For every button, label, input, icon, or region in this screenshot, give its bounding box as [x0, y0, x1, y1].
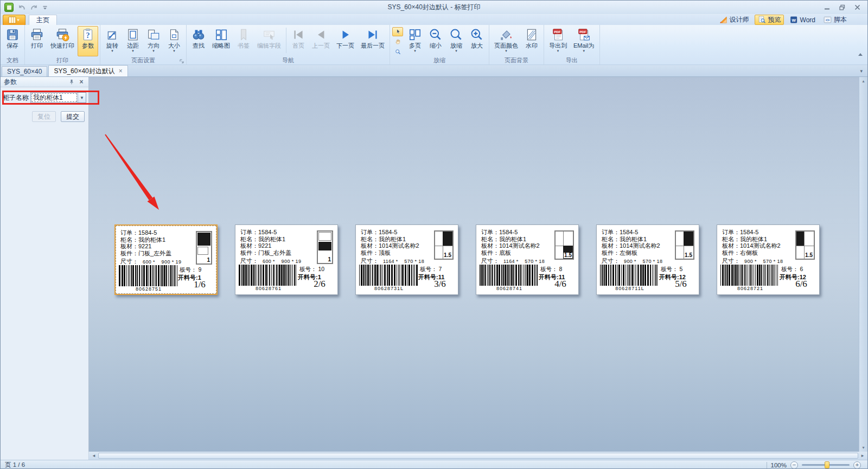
- ribbon-button-page-color[interactable]: 页面颜色▾: [491, 26, 521, 56]
- ribbon-button-print[interactable]: 打印: [27, 26, 47, 56]
- ribbon-button-quick-print[interactable]: 快速打印: [47, 26, 78, 56]
- document-tab[interactable]: SYS_60×40封边默认×: [48, 65, 127, 76]
- scrollbar-thumb[interactable]: [98, 453, 858, 459]
- ribbon-button-find[interactable]: 查找: [188, 26, 209, 56]
- horizontal-scrollbar[interactable]: ◂ ▸: [89, 452, 867, 460]
- chevron-down-icon: ▾: [557, 49, 559, 53]
- ribbon-button-thumbnails[interactable]: 缩略图: [209, 26, 233, 56]
- tool-cursor[interactable]: [392, 27, 403, 36]
- zoom-slider[interactable]: [802, 464, 850, 466]
- label-thumbnail[interactable]: 订单：1584-5 柜名：我的柜体1 板材：1014测试名称2 板件：左侧板 尺…: [596, 224, 699, 295]
- ribbon-button-multi-page[interactable]: 多页▾: [405, 26, 425, 56]
- board-number: 板号： 6: [781, 266, 803, 273]
- tab-home[interactable]: 主页: [29, 15, 57, 25]
- label-thumbnail[interactable]: 订单：1584-5 柜名：我的柜体1 板材：1014测试名称2 板件：顶板 尺寸…: [355, 224, 458, 295]
- ribbon-button-size[interactable]: 大小▾: [164, 26, 184, 56]
- app-logo-icon[interactable]: [4, 3, 14, 12]
- status-bar: 页 1 / 6 100% − +: [1, 460, 867, 469]
- part-value: 右侧板: [740, 249, 758, 256]
- cabinet-name-row: 柜子名称 我的柜体1 ▼: [1, 92, 88, 103]
- ribbon-button-params[interactable]: ?参数: [78, 26, 98, 56]
- main-area: 参数 × 柜子名称 我的柜体1 ▼ 复位 提交 订单：1584-5 柜名：我的柜…: [1, 77, 867, 452]
- ribbon: 保存文档打印快速打印?参数打印旋转▾边距▾方向▾大小▾页面设置查找缩略图书签编辑…: [1, 25, 867, 65]
- size-value: 900 * 570 * 18: [624, 259, 662, 264]
- panel-close-icon[interactable]: ×: [78, 78, 85, 86]
- page-fraction: 5/6: [667, 279, 694, 290]
- cabinet-value: 我的柜体1: [138, 236, 165, 243]
- zoom-slider-thumb[interactable]: [825, 461, 829, 468]
- panel-title: 参数: [4, 78, 17, 87]
- qat-customize-icon[interactable]: [42, 3, 48, 12]
- dialog-launcher-icon[interactable]: [179, 58, 184, 63]
- preview-area[interactable]: 订单：1584-5 柜名：我的柜体1 板材：9221 板件：门板_左外盖 尺寸：…: [89, 77, 859, 452]
- panel-diagram: 1.5: [554, 230, 574, 260]
- ribbon-button-pdf-export[interactable]: PDF导出到▾: [546, 26, 570, 56]
- tool-hand[interactable]: [392, 37, 403, 46]
- zoom-level: 100%: [771, 462, 787, 468]
- ribbon-button-nav-next[interactable]: 下一页: [333, 26, 358, 56]
- page-indicator: 页 1 / 6: [5, 461, 25, 469]
- label-thumbnail[interactable]: 订单：1584-5 柜名：我的柜体1 板材：9221 板件：门板_左外盖 尺寸：…: [114, 224, 218, 295]
- order-value: 1584-5: [379, 229, 397, 235]
- scroll-up-icon[interactable]: ▴: [862, 79, 864, 83]
- view-button-script[interactable]: <>脚本: [821, 15, 849, 25]
- tool-zoom-lens[interactable]: [392, 47, 403, 56]
- application-menu-button[interactable]: [3, 15, 25, 25]
- svg-text:PDF: PDF: [554, 30, 560, 34]
- ribbon-button-watermark[interactable]: 水印: [521, 26, 542, 56]
- tab-close-icon[interactable]: ×: [119, 68, 123, 74]
- size-value: 600 * 900 * 19: [263, 259, 301, 264]
- ribbon-button-save[interactable]: 保存: [2, 26, 23, 56]
- ribbon-button-pdf-email[interactable]: PDFEMail为▾: [570, 26, 598, 56]
- ribbon-button-margins[interactable]: 边距▾: [123, 26, 143, 56]
- cabinet-name-select[interactable]: 我的柜体1 ▼: [30, 92, 86, 103]
- ribbon-button-zoom[interactable]: 放缩▾: [446, 26, 467, 56]
- redo-icon[interactable]: [30, 3, 39, 12]
- ribbon-group: 多页▾缩小放缩▾放大放缩: [390, 25, 489, 65]
- document-tab[interactable]: SYS_60×40: [2, 66, 47, 76]
- view-button-preview[interactable]: 预览: [755, 15, 784, 25]
- vertical-scrollbar[interactable]: ▴ ▾: [859, 77, 867, 452]
- part-value: 底板: [499, 249, 511, 256]
- ribbon-button-orientation[interactable]: 方向▾: [143, 26, 164, 56]
- order-value: 1584-5: [138, 229, 157, 236]
- part-value: 顶板: [379, 249, 391, 256]
- submit-button[interactable]: 提交: [61, 111, 85, 122]
- undo-icon[interactable]: [17, 3, 26, 12]
- pin-icon[interactable]: [68, 78, 75, 86]
- barcode: [359, 265, 419, 286]
- quick-access-toolbar: [4, 3, 48, 12]
- scroll-right-icon[interactable]: ▸: [859, 452, 866, 459]
- view-button-word[interactable]: WWord: [787, 15, 818, 25]
- group-caption: 页面背景: [490, 56, 543, 65]
- ribbon-button-zoom-in[interactable]: 放大: [467, 26, 487, 56]
- scroll-down-icon[interactable]: ▾: [862, 445, 864, 450]
- ribbon-button-rotate[interactable]: 旋转▾: [102, 26, 123, 56]
- minimize-button[interactable]: [822, 4, 832, 11]
- label-fields: 订单：1584-5 柜名：我的柜体1 板材：1014测试名称2 板件：底板: [481, 229, 540, 256]
- label-thumbnail[interactable]: 订单：1584-5 柜名：我的柜体1 板材：9221 板件：门板_右外盖 尺寸：…: [235, 224, 338, 295]
- ribbon-group: PDF导出到▾PDFEMail为▾导出: [544, 25, 600, 65]
- tab-list-dropdown-icon[interactable]: ▾: [860, 68, 863, 74]
- ribbon-group: 打印快速打印?参数打印: [25, 25, 100, 65]
- cabinet-value: 我的柜体1: [379, 236, 406, 242]
- ribbon-button-nav-last[interactable]: 最后一页: [358, 26, 388, 56]
- rotate-icon: [105, 28, 119, 42]
- view-button-designer[interactable]: 设计师: [717, 15, 751, 25]
- chevron-down-icon: ▾: [152, 49, 155, 53]
- watermark-icon: [525, 28, 539, 42]
- close-button[interactable]: [852, 4, 862, 11]
- cabinet-value: 我的柜体1: [620, 236, 647, 242]
- restore-button[interactable]: [837, 4, 847, 11]
- ribbon-collapse-icon[interactable]: [858, 53, 863, 56]
- zoom-in-button[interactable]: +: [853, 461, 861, 469]
- thumbnail-strip: 订单：1584-5 柜名：我的柜体1 板材：9221 板件：门板_左外盖 尺寸：…: [114, 224, 820, 295]
- label-thumbnail[interactable]: 订单：1584-5 柜名：我的柜体1 板材：1014测试名称2 板件：右侧板 尺…: [717, 224, 820, 295]
- ribbon-button-zoom-out[interactable]: 缩小: [425, 26, 446, 56]
- combo-dropdown-icon[interactable]: ▼: [78, 93, 86, 102]
- zoom-out-button[interactable]: −: [790, 461, 798, 469]
- size-value: 900 * 570 * 18: [744, 259, 783, 264]
- chevron-down-icon: ▾: [455, 49, 457, 53]
- scroll-left-icon[interactable]: ◂: [90, 452, 98, 459]
- label-thumbnail[interactable]: 订单：1584-5 柜名：我的柜体1 板材：1014测试名称2 板件：底板 尺寸…: [476, 224, 579, 295]
